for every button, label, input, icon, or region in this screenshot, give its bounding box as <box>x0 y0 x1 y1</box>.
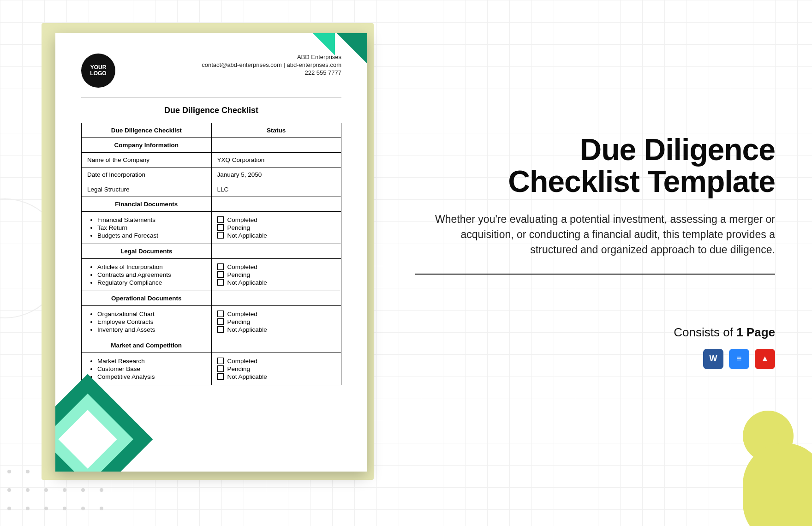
status-cell: Completed Pending Not Applicable <box>211 306 341 338</box>
table-header-left: Due Diligence Checklist <box>82 123 212 138</box>
list-item: Articles of Incorporation <box>97 263 206 270</box>
document-title: Due Diligence Checklist <box>55 106 367 115</box>
consists-value: 1 Page <box>736 325 775 339</box>
checklist-table: Due Diligence Checklist Status Company I… <box>81 123 341 385</box>
document-preview: YOURLOGO ABD Enterprises contact@abd-ent… <box>55 33 367 472</box>
row-label: Legal Structure <box>82 182 212 197</box>
list-item: Customer Base <box>97 365 206 372</box>
list-item: Market Research <box>97 358 206 365</box>
list-item: Regulatory Compliance <box>97 279 206 286</box>
corner-decoration <box>336 33 367 65</box>
row-label: Name of the Company <box>82 153 212 167</box>
row-label: Date of Incorporation <box>82 167 212 182</box>
status-cell: Completed Pending Not Applicable <box>211 212 341 244</box>
divider <box>81 97 341 97</box>
company-phone: 222 555 7777 <box>202 69 341 76</box>
status-cell: Completed Pending Not Applicable <box>211 353 341 385</box>
section-heading: Legal Documents <box>82 244 212 259</box>
format-icons: W ≡ ▲ <box>415 349 775 369</box>
checkbox-option: Not Applicable <box>217 232 336 239</box>
checkbox-option: Not Applicable <box>217 326 336 333</box>
title-line: Checklist Template <box>415 166 775 197</box>
table-header-right: Status <box>211 123 341 138</box>
checkbox-option: Completed <box>217 311 336 317</box>
row-value: January 5, 2050 <box>211 167 341 182</box>
checkbox-option: Pending <box>217 271 336 278</box>
divider <box>415 274 775 275</box>
pdf-icon: ▲ <box>755 349 775 369</box>
item-list-cell: Financial Statements Tax Return Budgets … <box>82 212 212 244</box>
status-cell: Completed Pending Not Applicable <box>211 259 341 291</box>
page-title: Due Diligence Checklist Template <box>415 134 775 198</box>
list-item: Organizational Chart <box>97 311 206 317</box>
description-text: Whether you're evaluating a potential in… <box>415 212 775 258</box>
checkbox-option: Not Applicable <box>217 373 336 380</box>
item-list-cell: Articles of Incorporation Contracts and … <box>82 259 212 291</box>
item-list-cell: Market Research Customer Base Competitiv… <box>82 353 212 385</box>
list-item: Competitive Analysis <box>97 373 206 380</box>
corner-decoration <box>55 374 153 472</box>
checkbox-option: Completed <box>217 216 336 223</box>
checkbox-option: Completed <box>217 263 336 270</box>
page-count-label: Consists of 1 Page <box>415 325 775 340</box>
company-info: ABD Enterprises contact@abd-enterprises.… <box>202 54 341 77</box>
list-item: Financial Statements <box>97 216 206 223</box>
row-value: LLC <box>211 182 341 197</box>
section-heading: Operational Documents <box>82 291 212 306</box>
promo-panel: Due Diligence Checklist Template Whether… <box>415 134 775 369</box>
checkbox-option: Not Applicable <box>217 279 336 286</box>
section-heading: Company Information <box>82 138 212 153</box>
company-contact: contact@abd-enterprises.com | abd-enterp… <box>202 61 341 68</box>
list-item: Contracts and Agreements <box>97 271 206 278</box>
checkbox-option: Pending <box>217 224 336 231</box>
title-line: Due Diligence <box>415 134 775 166</box>
logo-placeholder: YOURLOGO <box>81 54 115 88</box>
list-item: Employee Contracts <box>97 318 206 325</box>
word-icon: W <box>703 349 723 369</box>
checkbox-option: Pending <box>217 365 336 372</box>
section-heading: Financial Documents <box>82 197 212 212</box>
row-value: YXQ Corporation <box>211 153 341 167</box>
consists-prefix: Consists of <box>674 325 736 339</box>
list-item: Tax Return <box>97 224 206 231</box>
logo-text: YOURLOGO <box>90 65 106 77</box>
section-heading: Market and Competition <box>82 338 212 353</box>
item-list-cell: Organizational Chart Employee Contracts … <box>82 306 212 338</box>
list-item: Budgets and Forecast <box>97 232 206 239</box>
google-docs-icon: ≡ <box>729 349 749 369</box>
checkbox-option: Completed <box>217 358 336 365</box>
checkbox-option: Pending <box>217 318 336 325</box>
corner-decoration <box>312 33 335 55</box>
list-item: Inventory and Assets <box>97 326 206 333</box>
preview-backdrop: YOURLOGO ABD Enterprises contact@abd-ent… <box>42 23 374 480</box>
